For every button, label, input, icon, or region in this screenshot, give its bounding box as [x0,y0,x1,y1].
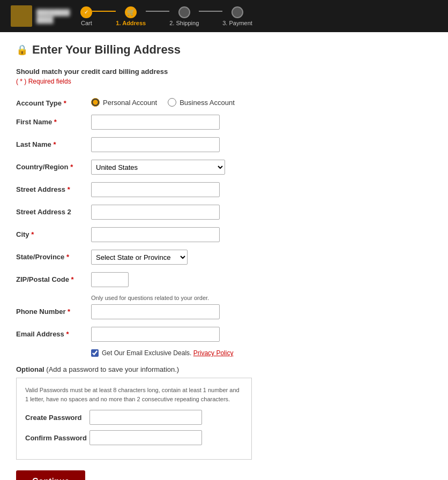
step-label-payment: 3. Payment [222,20,252,26]
logo-text: ████████████ [36,9,70,24]
create-password-input[interactable] [89,410,202,425]
email-optin-label: Get Our Email Exclusive Deals. Privacy P… [102,349,233,357]
required-note: ( * ) Required fields [16,78,432,85]
street-address2-input[interactable] [91,205,220,220]
street-address-row: Street Address * [16,182,432,197]
confirm-password-input[interactable] [89,430,202,445]
first-name-input[interactable] [91,115,220,130]
street-address2-label: Street Address 2 [16,205,91,216]
step-label-cart: Cart [81,20,92,26]
phone-control [91,304,432,319]
email-control [91,327,432,342]
connector-1 [92,11,116,12]
optional-section: Optional (Add a password to save your in… [16,365,432,460]
city-row: City * [16,227,432,242]
street-address-label: Street Address * [16,182,91,193]
personal-account-radio[interactable] [91,98,100,107]
city-control [91,227,432,242]
phone-input[interactable] [91,304,220,319]
create-password-label: Create Password [25,414,89,422]
phone-note: Only used for questions related to your … [91,295,432,301]
email-row: Email Address * [16,327,432,342]
step-label-shipping: 2. Shipping [169,20,199,26]
business-account-radio[interactable] [168,98,176,107]
progress-bar: ✓ Cart 🛒 1. Address 2. Shipping 3. Payme… [80,6,252,26]
step-circle-shipping [178,6,190,18]
connector-2 [146,11,169,12]
personal-account-option[interactable]: Personal Account [91,98,157,107]
confirm-password-label: Confirm Password [25,434,89,442]
account-type-row: Account Type * Personal Account Business… [16,96,432,107]
email-optin-checkbox[interactable] [91,349,99,357]
zip-input[interactable] [91,272,129,287]
step-circle-cart: ✓ [80,6,92,18]
step-cart[interactable]: ✓ Cart [80,6,92,26]
step-label-address: 1. Address [116,20,146,26]
business-account-option[interactable]: Business Account [168,98,235,107]
connector-3 [199,11,222,12]
lock-icon: 🔒 [16,44,28,56]
main-content: 🔒 Enter Your Billing Address Should matc… [0,32,448,480]
street-address-input[interactable] [91,182,220,197]
last-name-row: Last Name * [16,137,432,152]
street-address2-control [91,205,432,220]
street-address2-row: Street Address 2 [16,205,432,220]
step-circle-address: 🛒 [125,6,137,18]
country-label: Country/Region * [16,160,91,171]
last-name-label: Last Name * [16,137,91,148]
street-address-control [91,182,432,197]
logo-image [11,5,32,27]
zip-row: ZIP/Postal Code * [16,272,432,287]
state-select[interactable]: Select State or ProvinceAlabamaAlaskaCal… [91,250,188,265]
last-name-control [91,137,432,152]
optional-label: Optional (Add a password to save your in… [16,365,432,373]
state-label: State/Province * [16,250,91,261]
password-box: Valid Passwords must be at least 8 chara… [16,378,252,460]
header: ████████████ ✓ Cart 🛒 1. Address 2. Ship… [0,0,448,32]
confirm-password-row: Confirm Password [25,430,243,445]
privacy-policy-link[interactable]: Privacy Policy [193,349,234,357]
step-shipping[interactable]: 2. Shipping [169,6,199,26]
email-label: Email Address * [16,327,91,338]
country-control: United StatesCanadaMexico [91,160,432,175]
first-name-label: First Name * [16,115,91,126]
country-row: Country/Region * United StatesCanadaMexi… [16,160,432,175]
subtitle: Should match your credit card billing ad… [16,68,432,76]
phone-label: Phone Number * [16,304,91,316]
account-type-control: Personal Account Business Account [91,96,432,107]
phone-row: Phone Number * [16,304,432,319]
email-optin-row: Get Our Email Exclusive Deals. Privacy P… [91,349,432,357]
first-name-row: First Name * [16,115,432,130]
password-hint: Valid Passwords must be at least 8 chara… [25,386,243,403]
city-input[interactable] [91,227,220,242]
state-row: State/Province * Select State or Provinc… [16,250,432,265]
page-title: 🔒 Enter Your Billing Address [16,43,432,57]
account-type-label: Account Type * [16,96,91,107]
state-control: Select State or ProvinceAlabamaAlaskaCal… [91,250,432,265]
zip-label: ZIP/Postal Code * [16,272,91,283]
country-select[interactable]: United StatesCanadaMexico [91,160,225,175]
create-password-row: Create Password [25,410,243,425]
step-payment[interactable]: 3. Payment [222,6,252,26]
logo: ████████████ [11,5,70,27]
zip-control [91,272,432,287]
first-name-control [91,115,432,130]
last-name-input[interactable] [91,137,220,152]
step-address[interactable]: 🛒 1. Address [116,6,146,26]
email-input[interactable] [91,327,220,342]
step-circle-payment [232,6,243,18]
continue-button[interactable]: Continue [16,470,85,480]
city-label: City * [16,227,91,238]
